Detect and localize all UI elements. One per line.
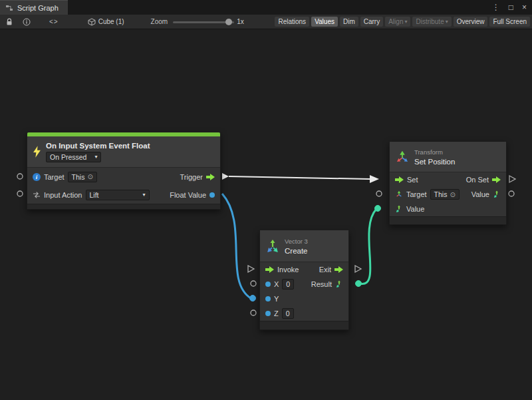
node-header[interactable]: On Input System Event Float On Pressed ▾ bbox=[27, 136, 220, 168]
event-mode-dropdown[interactable]: On Pressed ▾ bbox=[46, 152, 101, 162]
port-row-x-result: X 0 Result bbox=[260, 277, 348, 292]
value-in-label: Value bbox=[406, 205, 424, 213]
exec-arrow-icon[interactable] bbox=[334, 266, 343, 273]
toolbar-button-values[interactable]: Values bbox=[311, 17, 338, 27]
vector-value-icon[interactable] bbox=[493, 190, 501, 198]
port-row-value-in: Value bbox=[390, 202, 506, 216]
float-value-label: Float Value bbox=[170, 191, 206, 199]
exec-arrow-icon[interactable] bbox=[265, 266, 274, 273]
node-title: Set Position bbox=[414, 158, 455, 166]
node-footer bbox=[27, 204, 220, 209]
node-header[interactable]: Transform Set Position bbox=[390, 142, 506, 172]
node-vector3-create[interactable]: Vector 3 Create Invoke Exit X 0 Result bbox=[259, 230, 349, 330]
tab-script-graph[interactable]: Script Graph bbox=[0, 0, 68, 15]
port-vector3-result-out[interactable] bbox=[356, 281, 362, 287]
window-controls: ⋮ □ × bbox=[492, 0, 532, 15]
graph-icon bbox=[5, 4, 13, 12]
vector-result-icon[interactable] bbox=[335, 280, 343, 288]
toolbar-button-align[interactable]: Align ▾ bbox=[385, 17, 410, 27]
port-transform-onset-out[interactable] bbox=[509, 176, 515, 182]
toolbar-button-carry[interactable]: Carry bbox=[360, 17, 383, 27]
port-transform-value-out[interactable] bbox=[509, 191, 514, 196]
node-transform-set-position[interactable]: Transform Set Position Set On Set Targ bbox=[389, 141, 507, 225]
graph-target[interactable]: Cube (1) bbox=[88, 18, 124, 26]
port-transform-target-in[interactable] bbox=[376, 191, 382, 196]
port-row-target: i Target This ⊙ Trigger bbox=[27, 168, 220, 186]
port-row-y: Y bbox=[260, 292, 348, 306]
toolbar-button-distribute[interactable]: Distribute ▾ bbox=[412, 17, 451, 27]
graph-canvas[interactable]: On Input System Event Float On Pressed ▾… bbox=[0, 29, 532, 400]
align-label: Align bbox=[388, 18, 403, 25]
invoke-label: Invoke bbox=[277, 266, 299, 274]
toolbar-button-fullscreen[interactable]: Full Screen bbox=[489, 17, 530, 27]
value-out-label: Value bbox=[471, 190, 489, 198]
lock-icon[interactable] bbox=[5, 18, 13, 26]
onset-label: On Set bbox=[466, 176, 489, 184]
zoom-slider-handle[interactable] bbox=[225, 19, 232, 25]
port-event-action-in[interactable] bbox=[17, 191, 23, 196]
transform-icon bbox=[395, 150, 410, 164]
cube-icon bbox=[88, 18, 96, 26]
port-vector3-exit-out[interactable] bbox=[355, 266, 361, 272]
node-on-input-system-event-float[interactable]: On Input System Event Float On Pressed ▾… bbox=[27, 132, 221, 210]
z-value-box[interactable]: 0 bbox=[282, 308, 294, 319]
vector3-icon bbox=[265, 239, 280, 254]
node-header[interactable]: Vector 3 Create bbox=[260, 230, 348, 262]
node-type-label: Transform bbox=[414, 148, 455, 156]
float-value-port-dot[interactable] bbox=[209, 192, 215, 198]
y-port-dot[interactable] bbox=[265, 296, 271, 301]
chevron-down-icon: ▾ bbox=[142, 192, 145, 198]
result-label: Result bbox=[311, 280, 332, 288]
port-vector3-y-in[interactable] bbox=[250, 296, 256, 301]
code-icon[interactable]: <> bbox=[49, 18, 59, 25]
chevron-down-icon: ▾ bbox=[404, 19, 407, 25]
info-icon[interactable] bbox=[23, 18, 31, 26]
port-vector3-x-in[interactable] bbox=[251, 281, 256, 286]
port-row-invoke-exit: Invoke Exit bbox=[260, 262, 348, 277]
x-value-box[interactable]: 0 bbox=[282, 279, 294, 290]
toolbar-button-relations[interactable]: Relations bbox=[275, 17, 309, 27]
port-event-trigger-out[interactable] bbox=[222, 173, 229, 180]
object-picker-icon: ⊙ bbox=[87, 173, 92, 180]
zoom-slider[interactable] bbox=[173, 17, 234, 27]
distribute-label: Distribute bbox=[416, 18, 444, 25]
wire-result-to-value[interactable] bbox=[360, 209, 376, 284]
port-vector3-invoke-in[interactable] bbox=[248, 266, 254, 272]
event-mode-value: On Pressed bbox=[50, 153, 86, 161]
target-value-box[interactable]: This ⊙ bbox=[430, 189, 460, 200]
wire-trigger-to-set[interactable] bbox=[229, 176, 370, 179]
port-transform-value-in[interactable] bbox=[375, 206, 381, 212]
vector-value-icon[interactable] bbox=[395, 205, 403, 213]
node-title: Create bbox=[285, 247, 308, 255]
input-action-dropdown[interactable]: Lift ▾ bbox=[86, 190, 150, 200]
object-picker-icon: ⊙ bbox=[450, 191, 455, 198]
y-label: Y bbox=[274, 295, 279, 303]
port-event-target-in[interactable] bbox=[17, 174, 23, 179]
wire-trigger-arrowhead bbox=[370, 175, 379, 183]
target-value: This bbox=[434, 190, 448, 198]
node-footer bbox=[260, 321, 348, 329]
exec-arrow-icon[interactable] bbox=[395, 176, 404, 183]
chevron-down-icon: ▾ bbox=[446, 19, 448, 25]
port-vector3-z-in[interactable] bbox=[251, 310, 256, 315]
port-row-z: Z 0 bbox=[260, 306, 348, 321]
set-label: Set bbox=[407, 176, 418, 184]
target-label: Target bbox=[44, 173, 65, 181]
trigger-label: Trigger bbox=[180, 173, 203, 181]
exec-arrow-icon[interactable] bbox=[492, 176, 501, 183]
close-icon[interactable]: × bbox=[522, 3, 527, 12]
z-port-dot[interactable] bbox=[265, 311, 271, 316]
menu-icon[interactable]: ⋮ bbox=[492, 3, 500, 12]
wire-floatvalue-to-y[interactable] bbox=[222, 194, 251, 298]
exec-arrow-icon[interactable] bbox=[206, 174, 215, 180]
target-value-box[interactable]: This ⊙ bbox=[68, 172, 97, 182]
toolbar-button-dim[interactable]: Dim bbox=[340, 17, 358, 27]
port-row-target-value: Target This ⊙ Value bbox=[390, 187, 506, 202]
object-info-icon: i bbox=[33, 173, 41, 181]
port-row-set-onset: Set On Set bbox=[390, 172, 506, 187]
tab-title: Script Graph bbox=[17, 4, 59, 12]
maximize-icon[interactable]: □ bbox=[509, 3, 513, 12]
input-action-value: Lift bbox=[90, 191, 99, 199]
x-port-dot[interactable] bbox=[265, 282, 271, 287]
toolbar-button-overview[interactable]: Overview bbox=[454, 17, 488, 27]
